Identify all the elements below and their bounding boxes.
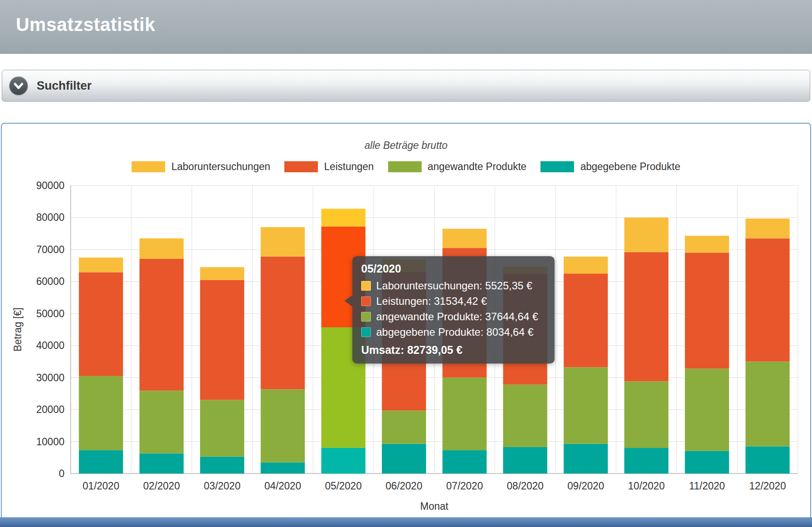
bar-segment[interactable] bbox=[79, 258, 123, 272]
bar-segment[interactable] bbox=[685, 236, 729, 253]
tooltip-row: Leistungen: 31534,42 € bbox=[361, 295, 546, 307]
bar-segment[interactable] bbox=[564, 257, 608, 273]
x-tick-label: 10/2020 bbox=[628, 480, 665, 492]
x-tick-label: 07/2020 bbox=[446, 480, 483, 492]
bar-segment[interactable] bbox=[624, 217, 668, 252]
bar-segment[interactable] bbox=[564, 273, 608, 367]
bar-segment[interactable] bbox=[685, 253, 729, 368]
y-tick-label: 60000 bbox=[36, 276, 64, 287]
bar-segment[interactable] bbox=[140, 391, 184, 453]
panel-footer-strip bbox=[0, 517, 812, 527]
y-tick-label: 70000 bbox=[36, 244, 64, 255]
bar-segment[interactable] bbox=[442, 229, 487, 248]
bar-segment[interactable] bbox=[321, 209, 366, 227]
tooltip-row-text: Laboruntersuchungen: 5525,35 € bbox=[376, 280, 533, 292]
tooltip-row: Laboruntersuchungen: 5525,35 € bbox=[361, 280, 546, 292]
tooltip-swatch bbox=[361, 296, 371, 306]
bar-segment[interactable] bbox=[79, 450, 123, 474]
x-tick-label: 05/2020 bbox=[325, 480, 362, 492]
x-axis-title: Monat bbox=[420, 500, 449, 512]
suchfilter-label: Suchfilter bbox=[37, 79, 92, 93]
bar-segment[interactable] bbox=[503, 447, 547, 474]
page-title: Umsatzstatistik bbox=[16, 14, 155, 35]
y-tick-label: 80000 bbox=[36, 212, 64, 223]
tooltip-title: 05/2020 bbox=[361, 262, 546, 275]
bar-segment[interactable] bbox=[261, 257, 305, 390]
tooltip-swatch bbox=[361, 312, 371, 322]
bar-segment[interactable] bbox=[624, 448, 668, 474]
bar-segment[interactable] bbox=[79, 376, 123, 450]
chart-tooltip: 05/2020 Laboruntersuchungen: 5525,35 € L… bbox=[352, 256, 555, 364]
tooltip-arrow bbox=[344, 295, 352, 307]
chevron-down-icon bbox=[13, 80, 24, 91]
collapse-toggle-button[interactable] bbox=[9, 76, 28, 95]
x-tick-label: 01/2020 bbox=[83, 480, 119, 492]
y-tick-label: 20000 bbox=[36, 404, 64, 415]
bar-segment[interactable] bbox=[200, 267, 244, 280]
tooltip-row-text: angewandte Produkte: 37644,64 € bbox=[376, 311, 538, 323]
bar-segment[interactable] bbox=[624, 252, 668, 382]
bar-segment[interactable] bbox=[382, 444, 426, 474]
tooltip-row: abgegebene Produkte: 8034,64 € bbox=[361, 326, 546, 338]
bar-segment[interactable] bbox=[564, 367, 608, 444]
x-tick-label: 12/2020 bbox=[749, 480, 786, 492]
y-tick-label: 40000 bbox=[36, 340, 64, 351]
bar-segment[interactable] bbox=[261, 389, 305, 462]
x-tick-label: 08/2020 bbox=[507, 480, 544, 492]
bar-segment[interactable] bbox=[564, 444, 608, 474]
bar-segment[interactable] bbox=[321, 448, 366, 474]
tooltip-row-text: abgegebene Produkte: 8034,64 € bbox=[376, 326, 533, 338]
tooltip-row-text: Leistungen: 31534,42 € bbox=[376, 295, 487, 307]
bar-segment[interactable] bbox=[200, 400, 244, 456]
y-tick-label: 90000 bbox=[36, 180, 64, 191]
x-tick-label: 09/2020 bbox=[567, 480, 604, 492]
bar-segment[interactable] bbox=[140, 239, 184, 259]
y-tick-label: 10000 bbox=[36, 436, 64, 447]
bar-segment[interactable] bbox=[503, 385, 547, 447]
y-tick-label: 30000 bbox=[36, 372, 64, 383]
x-tick-label: 04/2020 bbox=[264, 480, 301, 492]
tooltip-row: angewandte Produkte: 37644,64 € bbox=[361, 311, 546, 323]
bar-segment[interactable] bbox=[685, 368, 729, 451]
tooltip-total: Umsatz: 82739,05 € bbox=[361, 344, 546, 356]
x-tick-label: 02/2020 bbox=[143, 480, 180, 492]
y-tick-label: 0 bbox=[59, 468, 64, 479]
bar-segment[interactable] bbox=[745, 219, 789, 239]
bar-segment[interactable] bbox=[685, 451, 729, 474]
bar-segment[interactable] bbox=[261, 227, 305, 257]
bar-segment[interactable] bbox=[442, 378, 487, 450]
x-tick-label: 06/2020 bbox=[385, 480, 422, 492]
bar-segment[interactable] bbox=[745, 239, 789, 362]
bar-segment[interactable] bbox=[382, 410, 426, 444]
tooltip-swatch bbox=[361, 281, 371, 291]
bar-segment[interactable] bbox=[624, 381, 668, 448]
app-header: Umsatzstatistik bbox=[0, 0, 812, 54]
bar-segment[interactable] bbox=[200, 457, 244, 474]
bar-segment[interactable] bbox=[745, 446, 789, 474]
x-tick-label: 11/2020 bbox=[689, 480, 725, 492]
bar-segment[interactable] bbox=[79, 272, 123, 376]
bar-segment[interactable] bbox=[140, 259, 184, 391]
bar-segment[interactable] bbox=[140, 453, 184, 474]
y-axis-title: Betrag [€] bbox=[12, 307, 23, 352]
tooltip-swatch bbox=[361, 327, 371, 337]
bar-segment[interactable] bbox=[200, 280, 244, 400]
x-tick-label: 03/2020 bbox=[204, 480, 241, 492]
y-tick-label: 50000 bbox=[36, 308, 64, 319]
bar-segment[interactable] bbox=[442, 450, 487, 474]
suchfilter-panel-header[interactable]: Suchfilter bbox=[2, 70, 810, 102]
bar-segment[interactable] bbox=[261, 463, 305, 474]
bar-segment[interactable] bbox=[745, 361, 789, 446]
